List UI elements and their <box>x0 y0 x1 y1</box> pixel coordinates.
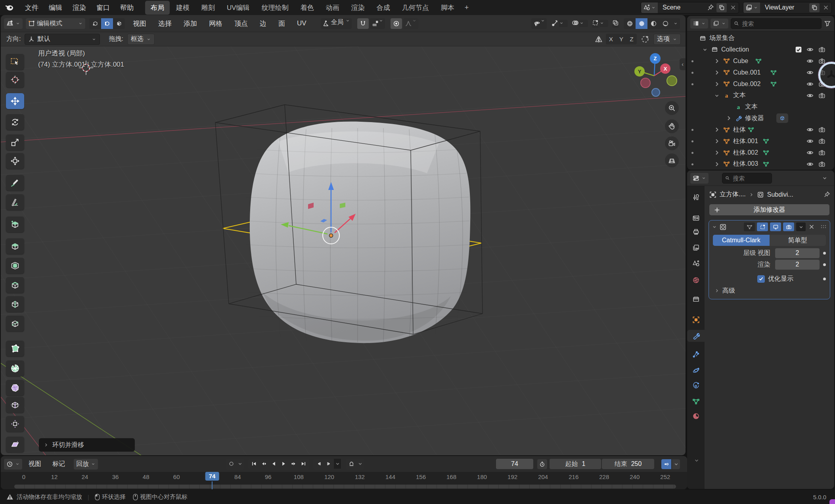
collapse-chevron-icon[interactable] <box>712 224 717 230</box>
workspace-tab[interactable]: 着色 <box>295 1 320 15</box>
show-overlays-toggle[interactable] <box>572 19 578 28</box>
properties-editor-type-button[interactable] <box>690 173 709 184</box>
jump-start-button[interactable] <box>249 459 259 469</box>
workspace-tab[interactable]: 动画 <box>320 1 345 15</box>
mode-dropdown[interactable]: 编辑模式 <box>26 18 85 29</box>
hide-in-viewport-toggle[interactable] <box>806 46 814 53</box>
play-button[interactable] <box>279 459 289 469</box>
mirror-axis-x-button[interactable]: X <box>606 34 616 44</box>
object-visibility-dropdown[interactable] <box>531 18 547 29</box>
add-modifier-button[interactable]: 添加修改器 <box>709 204 829 215</box>
hide-in-viewport-toggle[interactable] <box>806 126 814 133</box>
measure-tool-button[interactable] <box>6 194 24 210</box>
animate-dot[interactable] <box>823 263 826 266</box>
new-view-layer-button[interactable] <box>809 3 820 12</box>
timeline-scrollbar[interactable] <box>14 485 676 489</box>
workspace-tab[interactable]: 建模 <box>170 1 195 15</box>
outliner-row[interactable]: a文本 <box>687 101 834 112</box>
blender-logo-icon[interactable] <box>5 3 14 12</box>
menubar-item[interactable]: 文件 <box>20 2 44 14</box>
zoom-button[interactable] <box>665 101 679 115</box>
levels-viewport-field[interactable]: 2 <box>775 248 820 258</box>
outliner-item-label[interactable]: Cube.001 <box>733 69 760 76</box>
spin-tool-button[interactable] <box>6 360 24 376</box>
proportional-falloff-dropdown[interactable] <box>403 18 418 29</box>
catmull-clark-option[interactable]: Catmull-Clark <box>713 235 770 246</box>
disable-in-render-toggle[interactable] <box>818 149 825 156</box>
orientation-select[interactable]: 默认 <box>25 34 100 45</box>
properties-tab-output[interactable] <box>687 226 705 238</box>
end-frame-field[interactable]: 结束 250 <box>602 459 654 469</box>
extrude-region-tool-button[interactable] <box>6 238 24 254</box>
keying-set-button[interactable] <box>661 459 671 469</box>
menubar-item[interactable]: 窗口 <box>91 2 115 14</box>
show-gizmo-toggle[interactable] <box>552 19 558 28</box>
editor-type-button[interactable] <box>4 18 23 29</box>
vertex-select-button[interactable] <box>89 18 101 29</box>
scene-browse-button[interactable] <box>641 2 658 13</box>
disable-in-render-toggle[interactable] <box>818 92 825 99</box>
jump-end-button[interactable] <box>299 459 308 469</box>
outliner-item-label[interactable]: 柱体.001 <box>733 137 758 146</box>
playhead[interactable]: 74 <box>205 472 219 481</box>
viewport-menu-item[interactable]: 边 <box>259 19 267 28</box>
outliner-row[interactable]: a文本 <box>687 90 834 101</box>
timeline-ruler[interactable]: 0122436486084961081201321441561681801922… <box>1 472 687 489</box>
nav-axis-x-negative[interactable] <box>640 78 651 88</box>
mirror-axis-y-button[interactable]: Y <box>616 34 626 44</box>
outliner-row[interactable]: Cube.002 <box>687 79 834 90</box>
scene-selector[interactable]: Scene <box>641 2 739 13</box>
disable-in-render-toggle[interactable] <box>818 161 825 168</box>
frame-forward-button[interactable] <box>324 459 334 469</box>
hide-in-viewport-toggle[interactable] <box>806 138 814 145</box>
modifier-show-in-edit-mode-toggle[interactable] <box>757 222 768 231</box>
options-dropdown[interactable]: 选项 <box>653 34 681 45</box>
outliner-item-label[interactable]: 柱体 <box>733 126 746 134</box>
hide-in-viewport-toggle[interactable] <box>806 92 814 99</box>
edge-select-button[interactable] <box>101 18 113 29</box>
frame-step-dropdown[interactable] <box>334 459 341 469</box>
proportional-editing-toggle[interactable] <box>391 18 402 29</box>
workspace-tab[interactable]: 纹理绘制 <box>256 1 294 15</box>
collapse-icon[interactable] <box>714 92 720 99</box>
move-tool-button[interactable] <box>6 93 24 109</box>
poly-build-tool-button[interactable] <box>6 341 24 356</box>
loop-cut-tool-button[interactable] <box>6 296 24 312</box>
disable-in-render-toggle[interactable] <box>818 126 825 133</box>
outliner-item-label[interactable]: 柱体.002 <box>733 149 758 157</box>
properties-tab-collection[interactable] <box>687 293 705 305</box>
nav-axis-x[interactable]: X <box>660 63 670 74</box>
menubar-item[interactable]: 帮助 <box>115 2 139 14</box>
viewport-menu-item[interactable]: 网格 <box>208 19 223 28</box>
outliner-row[interactable]: 修改器 <box>687 113 834 124</box>
new-scene-button[interactable] <box>716 3 727 12</box>
properties-tab-view-layer[interactable] <box>687 241 705 253</box>
modifier-show-in-render-toggle[interactable] <box>783 222 794 231</box>
rotate-tool-button[interactable] <box>6 114 24 130</box>
pan-button[interactable] <box>665 119 679 133</box>
properties-tab-tool[interactable] <box>687 191 705 203</box>
disable-in-render-toggle[interactable] <box>818 46 825 53</box>
disable-in-render-toggle[interactable] <box>818 138 825 145</box>
gizmo-settings-dropdown[interactable] <box>559 20 568 27</box>
collection-checkbox[interactable] <box>795 46 802 53</box>
delete-modifier-icon[interactable] <box>808 224 815 230</box>
face-select-button[interactable] <box>113 18 125 29</box>
transform-orientation-dropdown[interactable]: 全局 <box>321 18 352 29</box>
expand-icon[interactable] <box>714 161 720 167</box>
timeline-menu-item[interactable]: 视图 <box>28 460 42 468</box>
properties-tab-world[interactable] <box>687 274 705 286</box>
collapse-icon[interactable] <box>702 46 708 53</box>
expand-icon[interactable] <box>726 115 732 121</box>
properties-tab-material[interactable] <box>687 410 705 422</box>
viewport-menu-item[interactable]: 面 <box>278 19 286 28</box>
orthographic-toggle-button[interactable] <box>665 153 679 167</box>
animate-dot[interactable] <box>823 252 826 255</box>
workspace-tab[interactable]: 合成 <box>371 1 396 15</box>
shading-rendered-button[interactable] <box>659 18 671 29</box>
modifier-show-on-cage-toggle[interactable] <box>744 222 755 231</box>
shading-dropdown[interactable] <box>671 18 680 29</box>
add-cube-tool-button[interactable] <box>6 217 24 232</box>
view-layer-browse-button[interactable] <box>743 2 760 13</box>
hide-in-viewport-toggle[interactable] <box>806 80 814 88</box>
